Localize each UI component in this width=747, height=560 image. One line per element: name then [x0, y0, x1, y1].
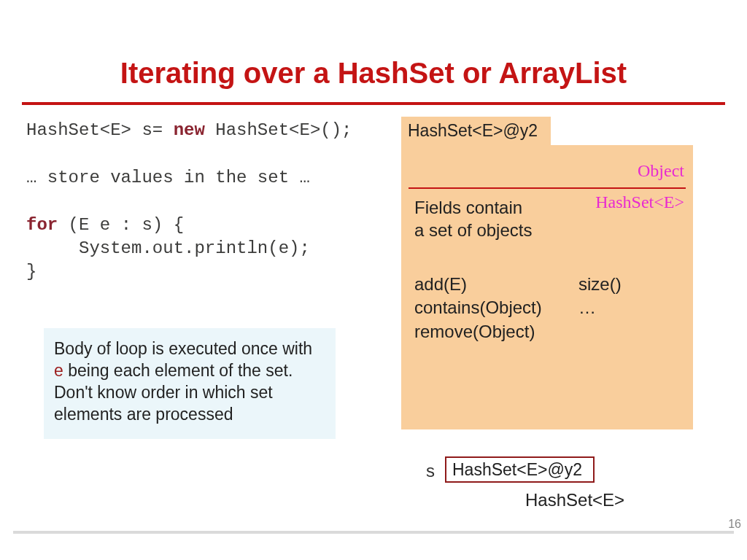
footer-divider [13, 531, 734, 534]
slide: Iterating over a HashSet or ArrayList Ha… [0, 0, 747, 560]
object-method-contains: contains(Object) [414, 296, 542, 319]
object-diagram-panel: Object HashSet<E> Fields contain a set o… [401, 145, 693, 429]
object-superclass: Object [638, 161, 684, 181]
code-block: HashSet<E> s= new HashSet<E>(); … store … [26, 119, 398, 284]
object-fields-l2: a set of objects [414, 219, 532, 241]
note-text-a: Body of loop is executed once with [54, 339, 312, 358]
object-methods: add(E) contains(Object) remove(Object) s… [414, 273, 542, 343]
object-method-ellipsis: … [578, 296, 622, 319]
code-kw-for: for [26, 215, 58, 235]
slide-title: Iterating over a HashSet or ArrayList [0, 57, 747, 90]
object-fields: Fields contain a set of objects [414, 196, 532, 241]
note-text-b: being each element of the set. Don't kno… [54, 361, 293, 424]
code-line-2: … store values in the set … [26, 168, 310, 187]
object-divider [409, 187, 686, 189]
note-var-e: e [54, 361, 63, 380]
code-line-1b: HashSet<E>(); [205, 120, 352, 140]
code-line-5: } [26, 262, 36, 281]
object-class: HashSet<E> [595, 192, 684, 212]
code-kw-new: new [174, 120, 205, 140]
variable-value-box: HashSet<E>@y2 [445, 456, 595, 483]
object-method-add: add(E) [414, 273, 542, 296]
object-diagram-tab: HashSet<E>@y2 [401, 117, 551, 146]
code-line-4: System.out.println(e); [26, 238, 310, 258]
title-divider [22, 102, 725, 105]
page-number: 16 [728, 518, 741, 531]
code-line-1a: HashSet<E> s= [26, 120, 174, 140]
variable-type: HashSet<E> [525, 490, 624, 510]
object-method-size: size() [578, 273, 622, 296]
object-fields-l1: Fields contain [414, 196, 532, 219]
note-box: Body of loop is executed once with e bei… [44, 328, 336, 439]
variable-name: s [426, 461, 435, 481]
object-method-remove: remove(Object) [414, 320, 542, 343]
code-line-3b: (E e : s) { [58, 215, 184, 235]
